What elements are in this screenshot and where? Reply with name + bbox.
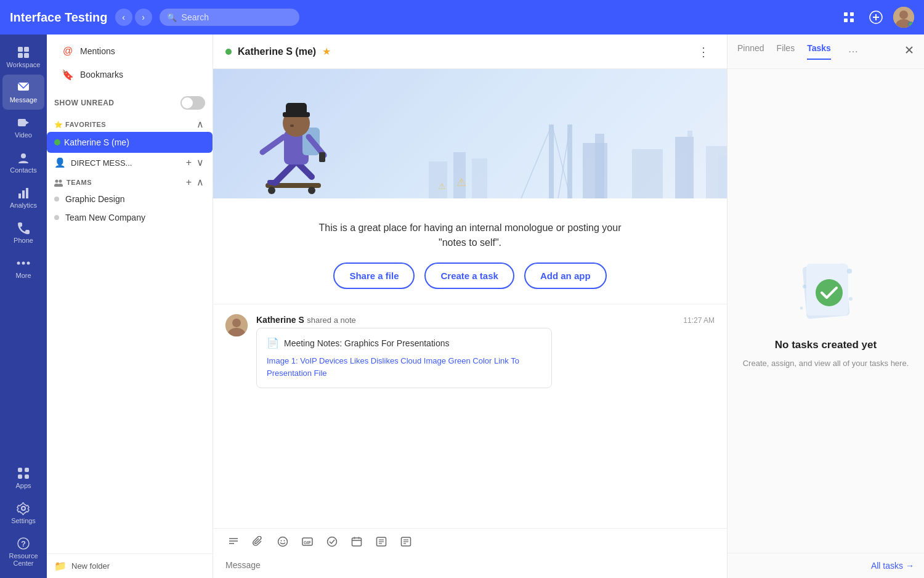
search-icon: 🔍 <box>167 13 177 22</box>
header-right-actions <box>839 7 914 28</box>
format-icon <box>228 536 239 547</box>
video-label: Video <box>15 131 32 139</box>
sidebar-item-apps[interactable]: Apps <box>2 460 44 495</box>
show-unread-row: SHOW UNREAD <box>47 91 213 115</box>
sidebar-item-message[interactable]: Message <box>2 75 44 110</box>
teams-actions: + ∧ <box>185 177 205 187</box>
nav-back-button[interactable]: ‹ <box>115 9 132 26</box>
svg-rect-25 <box>25 468 29 472</box>
mentions-icon: @ <box>62 45 74 57</box>
favorite-star-icon[interactable]: ★ <box>322 46 331 57</box>
sidebar-item-video[interactable]: Video <box>2 110 44 145</box>
svg-line-59 <box>262 137 284 152</box>
svg-point-34 <box>58 184 63 187</box>
format-button[interactable] <box>225 534 241 550</box>
message-avatar-image <box>225 314 248 336</box>
bookmarks-label: Bookmarks <box>80 70 123 79</box>
show-unread-label: SHOW UNREAD <box>54 99 115 107</box>
share-file-button[interactable]: Share a file <box>333 263 415 289</box>
chat-more-options-button[interactable]: ⋮ <box>692 42 715 62</box>
tab-pinned[interactable]: Pinned <box>737 43 764 60</box>
svg-point-65 <box>290 124 294 127</box>
nav-forward-button[interactable]: › <box>135 9 152 26</box>
team-graphic-design[interactable]: Graphic Design <box>47 190 213 208</box>
svg-rect-24 <box>18 468 22 472</box>
svg-marker-16 <box>26 121 29 124</box>
checkmark-button[interactable] <box>324 534 340 550</box>
arrow-right-icon: → <box>906 561 914 571</box>
svg-point-53 <box>268 187 275 194</box>
favorites-label: ⭐ FAVORITES <box>54 121 106 129</box>
online-indicator <box>908 22 914 27</box>
svg-point-94 <box>847 269 852 274</box>
tasks-empty-description: Create, assign, and view all of your tas… <box>743 357 909 370</box>
emoji-icon <box>277 536 288 547</box>
direct-messages-left: 👤 DIRECT MESS... <box>54 157 132 168</box>
sidebar-item-phone[interactable]: Phone <box>2 215 44 250</box>
svg-rect-39 <box>687 131 692 198</box>
all-tasks-link[interactable]: All tasks → <box>871 561 914 571</box>
right-panel-more-button[interactable]: ⋯ <box>843 43 863 60</box>
mentions-item[interactable]: @ Mentions <box>54 39 205 63</box>
chat-input[interactable] <box>225 560 715 570</box>
teams-add-button[interactable]: + <box>185 177 193 187</box>
bookmarks-icon: 🔖 <box>62 68 74 81</box>
svg-rect-26 <box>18 474 22 479</box>
sidebar-item-contacts[interactable]: Contacts <box>2 145 44 180</box>
svg-rect-64 <box>286 103 307 116</box>
empty-state-line1: This is a great place for having an inte… <box>319 222 622 233</box>
svg-rect-61 <box>319 152 325 162</box>
gif-button[interactable]: GIF <box>299 534 315 550</box>
sidebar-item-resource-center[interactable]: ? Resource Center <box>2 531 44 573</box>
team-new-company[interactable]: Team New Company <box>47 208 213 227</box>
right-panel-close-button[interactable] <box>904 45 914 58</box>
attachment-button[interactable] <box>250 534 266 550</box>
svg-point-32 <box>59 180 62 183</box>
team-new-company-label: Team New Company <box>65 213 145 222</box>
svg-point-93 <box>803 285 806 288</box>
teams-collapse-button[interactable]: ∧ <box>195 177 205 187</box>
direct-messages-actions: + ∨ <box>185 158 205 168</box>
sidebar-item-analytics[interactable]: Analytics <box>2 180 44 215</box>
add-button[interactable] <box>866 7 886 27</box>
resource-center-label: Resource Center <box>7 552 39 567</box>
direct-messages-label: DIRECT MESS... <box>71 158 132 168</box>
gif-icon: GIF <box>302 536 313 547</box>
right-panel-header: Pinned Files Tasks ⋯ <box>727 35 924 69</box>
svg-line-42 <box>521 124 552 198</box>
favorites-collapse-button[interactable]: ∧ <box>195 120 205 129</box>
message-header-row: Katherine S shared a note 11:27 AM <box>256 314 715 325</box>
new-folder-item[interactable]: 📁 New folder <box>47 553 213 578</box>
teams-label: TEAMS <box>54 178 92 187</box>
list-button[interactable] <box>373 534 389 550</box>
direct-messages-add-button[interactable]: + <box>185 158 193 168</box>
svg-text:⚠: ⚠ <box>438 181 446 191</box>
calendar-button[interactable] <box>349 534 365 550</box>
svg-rect-3 <box>850 18 854 22</box>
create-task-button[interactable]: Create a task <box>424 263 514 289</box>
mentions-bookmarks-section: @ Mentions 🔖 Bookmarks <box>47 35 213 91</box>
add-app-button[interactable]: Add an app <box>524 263 607 289</box>
sidebar-item-workspace[interactable]: Workspace <box>2 39 44 75</box>
svg-rect-10 <box>18 47 23 52</box>
message-sender: Katherine S <box>256 315 304 325</box>
share-button[interactable] <box>398 534 414 550</box>
tab-tasks[interactable]: Tasks <box>807 43 831 60</box>
direct-messages-collapse-button[interactable]: ∨ <box>195 158 205 168</box>
tab-files[interactable]: Files <box>777 43 795 60</box>
svg-rect-20 <box>26 188 28 198</box>
avatar[interactable] <box>893 7 914 28</box>
show-unread-toggle[interactable] <box>180 96 205 110</box>
team-graphic-design-label: Graphic Design <box>65 194 125 204</box>
sidebar-item-more[interactable]: More <box>2 250 44 285</box>
direct-messages-row[interactable]: 👤 DIRECT MESS... + ∨ <box>47 153 213 173</box>
katherine-me-item[interactable]: Katherine S (me) <box>47 132 213 153</box>
note-card[interactable]: 📄 Meeting Notes: Graphics For Presentati… <box>256 328 552 388</box>
search-input[interactable] <box>160 9 299 26</box>
bookmarks-item[interactable]: 🔖 Bookmarks <box>54 63 205 86</box>
apps-grid-button[interactable] <box>839 7 859 27</box>
sidebar-item-settings[interactable]: Settings <box>2 495 44 531</box>
emoji-button[interactable] <box>275 534 291 550</box>
tasks-empty-illustration <box>795 253 857 327</box>
phone-label: Phone <box>14 237 33 244</box>
